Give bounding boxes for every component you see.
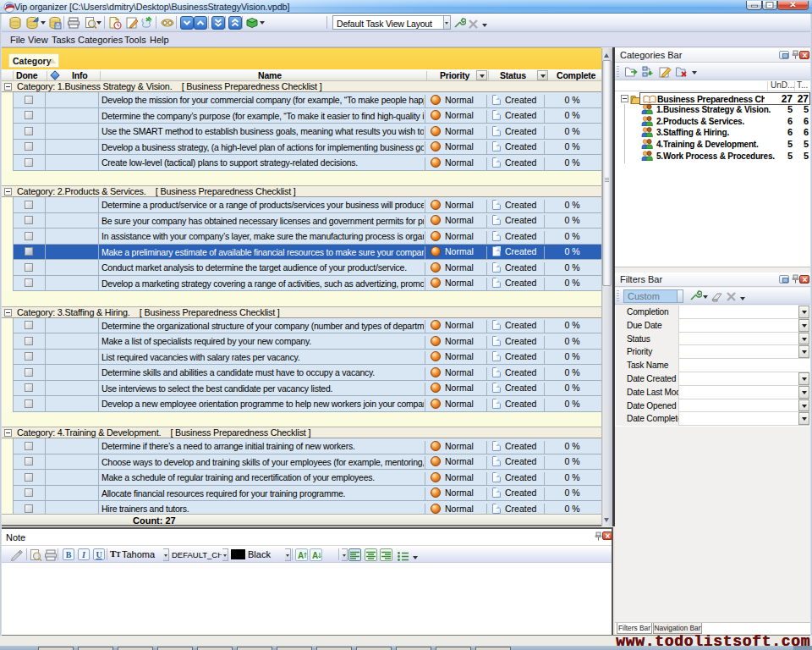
svg-text:A: A xyxy=(312,551,318,560)
svg-text:A: A xyxy=(298,551,304,560)
